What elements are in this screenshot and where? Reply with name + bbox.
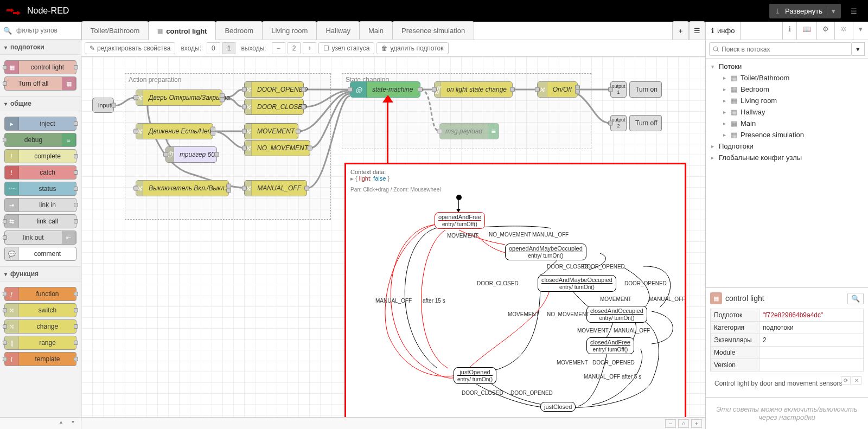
tree-flow-main[interactable]: ▸▦Main (706, 118, 868, 129)
palette-filter-input[interactable] (14, 25, 78, 36)
palette-expand-button[interactable]: ▾ (68, 419, 78, 427)
tree-flow-hallway[interactable]: ▸▦Hallway (706, 106, 868, 118)
state-closedAndFree[interactable]: closedAndFreeentry/ turnOff() (586, 337, 634, 354)
tab-list-button[interactable]: ☰ (689, 21, 705, 40)
palette-node-link-call[interactable]: ⇆link call (4, 214, 76, 228)
outputs-minus-button[interactable]: − (272, 42, 285, 54)
palette-section-common[interactable]: ▾общие (0, 96, 81, 111)
node-door-opened[interactable]: ⤭DOOR_OPENED (244, 81, 304, 98)
tab-main[interactable]: Main (359, 21, 393, 40)
node-door-closed[interactable]: ⤭DOOR_CLOSED (244, 99, 304, 115)
flow-icon: ▦ (731, 108, 737, 116)
palette-node-complete[interactable]: !complete (4, 149, 76, 163)
palette-section-function[interactable]: ▾функция (0, 266, 81, 281)
tree-flow-toilet[interactable]: ▸▦Toilet/Bathroom (706, 72, 868, 84)
sidebar-tips: Эти советы можно включить/выключить чере… (706, 397, 868, 429)
detail-node-icon: ▦ (710, 292, 722, 304)
add-tab-button[interactable]: ＋ (672, 21, 689, 40)
palette-node-switch[interactable]: ⤨switch (4, 303, 76, 317)
detail-node-name: control light (722, 294, 847, 303)
palette-node-change[interactable]: ⤭change (4, 319, 76, 334)
sidebar-tab-help[interactable]: ℹ (782, 22, 796, 40)
inputs-0-button[interactable]: 0 (207, 42, 220, 54)
sidebar-search-dropdown[interactable]: ▾ (852, 42, 865, 56)
palette-node-link-out[interactable]: link out⇤ (4, 230, 76, 245)
desc-refresh-button[interactable]: ⟳ (841, 376, 851, 385)
node-on-light-change[interactable]: ∬on light state change (434, 81, 513, 98)
context-data-value: { light: false } (355, 175, 390, 182)
zoom-in-button[interactable]: + (691, 419, 702, 428)
palette-node-comment[interactable]: 💬comment (4, 247, 76, 261)
chevron-down-icon[interactable]: ▾ (827, 7, 835, 15)
palette-node-catch[interactable]: !catch (4, 165, 76, 180)
zoom-out-button[interactable]: − (665, 419, 676, 428)
node-trigger-60s[interactable]: ⏱триггер 60s (165, 146, 217, 163)
sidebar-tab-config[interactable]: ⚙ (816, 22, 834, 40)
tab-toilet-bathroom[interactable]: Toilet/Bathroom (81, 21, 149, 40)
outputs-plus-button[interactable]: + (303, 42, 316, 54)
palette-node-debug[interactable]: debug≡ (4, 133, 76, 147)
palette-node-inject[interactable]: ▸inject (4, 117, 76, 131)
palette-node-turn-off-all[interactable]: Turn off all▦ (4, 76, 76, 91)
tab-hallway[interactable]: Hallway (316, 21, 360, 40)
sidebar-tab-debug[interactable]: 📖 (796, 22, 816, 40)
state-justOpened[interactable]: justOpenedentry/ turnOn() (454, 367, 496, 384)
subflow-input[interactable]: input (92, 98, 114, 113)
desc-close-button[interactable]: ✕ (852, 376, 861, 385)
node-no-movement[interactable]: ⤭NO_MOVEMENT (244, 140, 310, 156)
sidebar-tab-info[interactable]: ℹинфо (706, 22, 741, 40)
state-diagram[interactable]: openedAndFreeentry/ turnOff() openedAndM… (350, 195, 680, 416)
state-machine-panel: Context data: ▸ { light: false } Pan: Cl… (344, 163, 686, 417)
flow-canvas[interactable]: Action preparation State changing (81, 57, 705, 417)
edit-properties-button[interactable]: ✎редактировать свойства (85, 42, 175, 54)
sidebar-tree: ▾Потоки ▸▦Toilet/Bathroom ▸▦Bedroom ▸▦Li… (706, 59, 868, 287)
state-justClosed[interactable]: justClosed (540, 402, 576, 412)
tree-flow-presence[interactable]: ▸▦Presence simulation (706, 129, 868, 140)
tab-living-room[interactable]: Living room (262, 21, 317, 40)
node-movement-switch[interactable]: ⤨Движение Есть/Нет (136, 123, 213, 139)
tab-bedroom[interactable]: Bedroom (215, 21, 263, 40)
deploy-button[interactable]: ⤓ Развернуть ▾ (769, 4, 841, 18)
node-debug-payload[interactable]: msg.payload≡ (439, 123, 499, 139)
zoom-reset-button[interactable]: ○ (678, 419, 689, 428)
palette-node-status[interactable]: 〰status (4, 182, 76, 196)
node-switch-onoff[interactable]: ⤨Выключатель Вкл./Выкл. (136, 180, 229, 196)
tab-control-light[interactable]: ▦control light (148, 21, 216, 40)
node-turn-off[interactable]: Turn off (629, 115, 662, 131)
tree-flow-living[interactable]: ▸▦Living room (706, 95, 868, 106)
sidebar-search-input[interactable] (709, 42, 852, 56)
status-node-toggle[interactable]: ☐узел статуса (318, 42, 374, 54)
state-closedAndMaybeOccupied[interactable]: closedAndMaybeOccupiedentry/ turnOn() (538, 275, 616, 292)
initial-state-dot (456, 195, 462, 200)
tree-flows[interactable]: ▾Потоки (706, 61, 868, 72)
detail-search-button[interactable]: 🔍 (847, 293, 864, 304)
node-manual-off[interactable]: ⤭MANUAL_OFF (244, 180, 307, 196)
node-door-switch[interactable]: ⤨Дверь Открыта/Закрыта (136, 89, 222, 106)
canvas-scroll[interactable]: Action preparation State changing (81, 57, 705, 417)
node-onoff[interactable]: ⤨On/Off (537, 81, 578, 98)
tree-global-config[interactable]: ▸Глобальные конфиг узлы (706, 152, 868, 163)
palette-node-range[interactable]: ‖range (4, 336, 76, 350)
sidebar-tab-more[interactable]: ▾ (853, 22, 868, 40)
logo-icon (5, 7, 22, 15)
state-openedAndFree[interactable]: openedAndFreeentry/ turnOff() (435, 212, 485, 229)
palette-node-template[interactable]: {template (4, 352, 76, 366)
tree-subflows[interactable]: ▸Подпотоки (706, 140, 868, 152)
state-openedAndMaybeOccupied[interactable]: openedAndMaybeOccupiedentry/ turnOn() (505, 244, 586, 260)
palette-node-function[interactable]: ƒfunction (4, 287, 76, 301)
tree-flow-bedroom[interactable]: ▸▦Bedroom (706, 84, 868, 95)
sidebar-tab-context[interactable]: ⛭ (834, 22, 853, 40)
inputs-1-button[interactable]: 1 (222, 42, 236, 54)
palette-node-link-in[interactable]: ⇥link in (4, 198, 76, 212)
node-turn-on[interactable]: Turn on (629, 81, 662, 98)
node-movement[interactable]: ⤭MOVEMENT (244, 123, 298, 139)
palette-node-control-light[interactable]: ▦control light (4, 60, 76, 74)
delete-subflow-button[interactable]: 🗑удалить подпоток (376, 42, 448, 54)
menu-button[interactable]: ☰ (845, 4, 863, 18)
tab-presence-simulation[interactable]: Presence simulation (392, 21, 474, 40)
subflow-output-2[interactable]: output 2 (610, 115, 627, 131)
subflow-output-1[interactable]: output 1 (610, 81, 627, 98)
palette-section-subflows[interactable]: ▾подпотоки (0, 40, 81, 55)
palette-collapse-button[interactable]: ▴ (56, 419, 66, 427)
state-closedAndOccupied[interactable]: closedAndOccupiedentry/ turnOn() (586, 306, 647, 323)
